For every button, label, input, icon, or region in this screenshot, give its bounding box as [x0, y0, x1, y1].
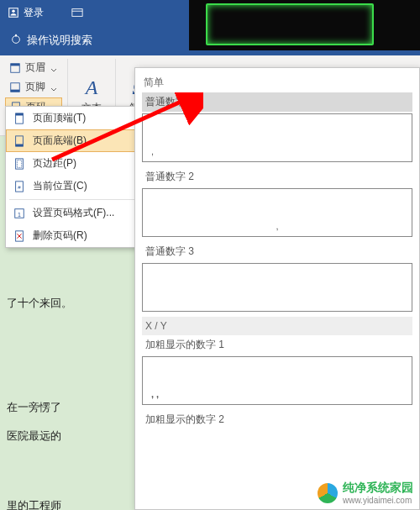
page-margins-icon: [13, 157, 26, 171]
current-position-icon: #: [13, 180, 26, 193]
gallery-item-preview: , ,: [142, 356, 412, 405]
watermark-brand: 纯净系统家园: [343, 481, 413, 496]
text-box-icon: A: [86, 76, 98, 99]
footer-button[interactable]: 页脚: [5, 78, 62, 96]
page-number-dropdown: 页面顶端(T) ▸ 页面底端(B) ▸ 页边距(P) ▸ # 当前位置(C) ▸…: [5, 106, 150, 248]
gallery-item-preview: ,: [142, 113, 412, 162]
menu-label: 删除页码(R): [33, 229, 87, 243]
gallery-item-label: 加粗显示的数字 1: [142, 335, 412, 355]
gallery-item-plain-3[interactable]: 普通数字 3: [142, 242, 412, 312]
gallery-item-bold-1[interactable]: 加粗显示的数字 1 , ,: [142, 335, 412, 405]
footer-label: 页脚: [25, 80, 45, 94]
menu-current-position[interactable]: # 当前位置(C) ▸: [6, 175, 149, 197]
tell-me-icon: [10, 34, 22, 48]
background-strip: [189, 0, 420, 50]
gallery-item-label: 普通数字 3: [142, 242, 412, 261]
login-icon: [7, 6, 20, 19]
header-button[interactable]: 页眉: [5, 59, 62, 76]
menu-remove-page-numbers[interactable]: 删除页码(R): [6, 224, 149, 247]
gallery-item-preview: ,: [142, 188, 412, 237]
gallery-section-xy: X / Y: [142, 317, 412, 335]
menu-label: 页边距(P): [33, 156, 76, 171]
page-number-gallery: 简单 普通数字 1 , 普通数字 2 , 普通数字 3 X / Y 加粗显示的数…: [134, 67, 420, 510]
top-of-page-icon: [13, 112, 26, 125]
menu-label: 设置页码格式(F)...: [33, 206, 114, 220]
gallery-item-label: 普通数字 1: [142, 92, 412, 112]
gallery-item-bold-2[interactable]: 加粗显示的数字 2: [142, 410, 412, 429]
bottom-of-page-icon: [13, 134, 26, 148]
svg-text:1: 1: [18, 211, 21, 217]
watermark-logo-icon: [318, 483, 338, 503]
svg-point-1: [12, 10, 15, 13]
gallery-item-plain-2[interactable]: 普通数字 2 ,: [142, 167, 412, 237]
gallery-item-label: 普通数字 2: [142, 167, 412, 187]
watermark: 纯净系统家园 www.yidaimei.com: [318, 481, 413, 505]
menu-label: 页面顶端(T): [33, 111, 86, 125]
remove-icon: [13, 229, 26, 243]
svg-rect-2: [72, 9, 82, 17]
svg-rect-18: [17, 160, 21, 167]
menu-separator: [9, 199, 145, 200]
menu-format-page-numbers[interactable]: 1 设置页码格式(F)...: [6, 202, 149, 224]
menu-bottom-of-page[interactable]: 页面底端(B) ▸: [6, 129, 149, 152]
ribbon-display-icon[interactable]: [71, 6, 84, 19]
header-icon: [8, 61, 22, 75]
background-monitor-glow: [206, 3, 374, 45]
gallery-section-simple: 简单: [142, 73, 412, 92]
menu-label: 当前位置(C): [33, 179, 87, 193]
svg-point-4: [13, 35, 20, 43]
svg-rect-10: [11, 89, 20, 92]
chevron-down-icon: [50, 84, 57, 91]
svg-rect-8: [11, 63, 20, 66]
svg-rect-5: [15, 34, 17, 36]
menu-page-margins[interactable]: 页边距(P) ▸: [6, 152, 149, 175]
menu-top-of-page[interactable]: 页面顶端(T) ▸: [6, 107, 149, 129]
svg-text:#: #: [18, 183, 21, 189]
format-icon: 1: [13, 207, 26, 220]
svg-rect-16: [16, 144, 24, 146]
menu-label: 页面底端(B): [33, 134, 87, 148]
gallery-item-preview: [142, 263, 412, 312]
svg-rect-14: [16, 113, 24, 115]
footer-icon: [8, 81, 22, 94]
gallery-item-label: 加粗显示的数字 2: [142, 410, 412, 429]
login-label[interactable]: 登录: [24, 6, 44, 20]
header-label: 页眉: [25, 60, 45, 75]
watermark-url: www.yidaimei.com: [343, 496, 413, 505]
gallery-item-plain-1[interactable]: 普通数字 1 ,: [142, 92, 412, 162]
tell-me-label[interactable]: 操作说明搜索: [27, 33, 92, 48]
chevron-down-icon: [50, 65, 57, 71]
